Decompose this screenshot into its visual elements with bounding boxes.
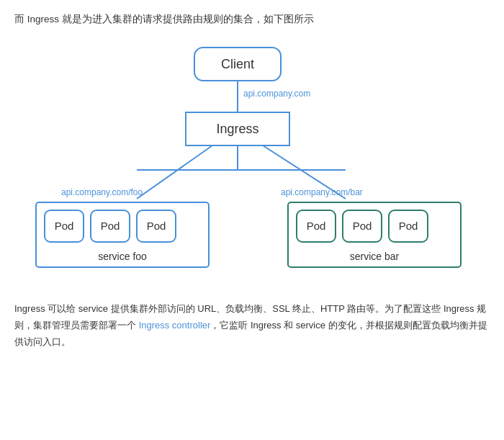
svg-text:Pod: Pod [307, 220, 326, 232]
svg-line-6 [137, 145, 212, 199]
svg-text:service bar: service bar [350, 251, 400, 262]
ingress-controller-link[interactable]: Ingress controller [139, 320, 211, 331]
svg-text:Pod: Pod [55, 220, 74, 232]
svg-text:Pod: Pod [101, 220, 120, 232]
full-diagram: Client api.company.com Ingress api.compa… [22, 40, 482, 287]
diagram-svg: Client api.company.com Ingress api.compa… [22, 40, 482, 285]
footer-text: Ingress 可以给 service 提供集群外部访问的 URL、负载均衡、S… [14, 300, 490, 351]
svg-text:service foo: service foo [98, 251, 147, 262]
svg-text:api.company.com/foo: api.company.com/foo [61, 187, 143, 197]
svg-text:Pod: Pod [399, 220, 418, 232]
svg-text:api.company.com: api.company.com [243, 89, 310, 99]
svg-text:Pod: Pod [147, 220, 166, 232]
intro-text: 而 Ingress 就是为进入集群的请求提供路由规则的集合，如下图所示 [14, 12, 490, 27]
svg-text:api.company.com/bar: api.company.com/bar [281, 187, 363, 197]
svg-text:Pod: Pod [353, 220, 372, 232]
svg-text:Client: Client [221, 57, 254, 71]
svg-text:Ingress: Ingress [216, 122, 258, 136]
diagram-container: Client api.company.com Ingress api.compa… [14, 40, 490, 287]
